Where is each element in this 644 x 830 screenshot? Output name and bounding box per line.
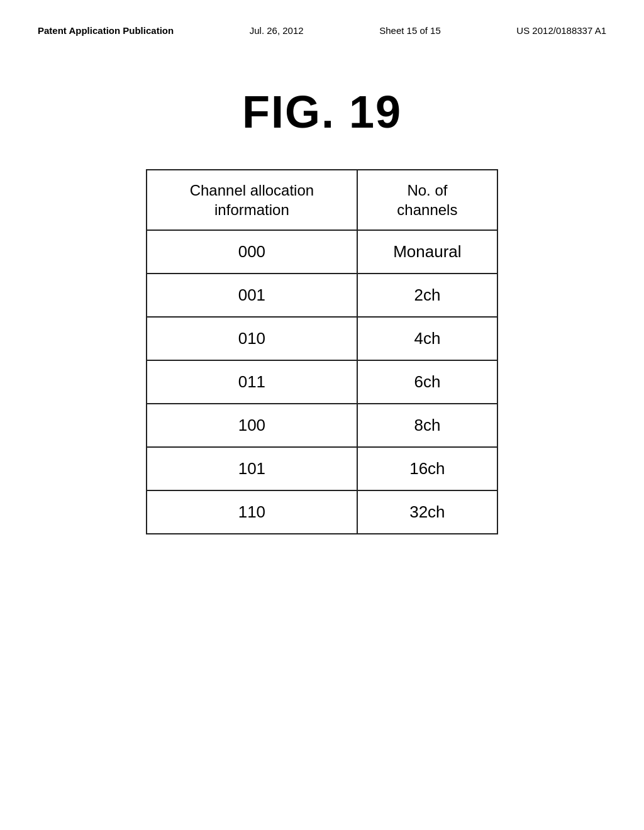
- allocation-code-cell: 000: [147, 230, 357, 274]
- channel-count-cell: 8ch: [357, 404, 497, 447]
- channel-count-cell: 32ch: [357, 490, 497, 534]
- col1-header: Channel allocationinformation: [147, 170, 357, 230]
- date-label: Jul. 26, 2012: [250, 25, 304, 36]
- figure-title: FIG. 19: [0, 86, 644, 138]
- table-row: 10116ch: [147, 447, 497, 490]
- channel-count-cell: 16ch: [357, 447, 497, 490]
- page-header: Patent Application Publication Jul. 26, …: [0, 0, 644, 48]
- channel-count-cell: Monaural: [357, 230, 497, 274]
- channel-allocation-table: Channel allocationinformation No. ofchan…: [146, 169, 498, 534]
- col2-header: No. ofchannels: [357, 170, 497, 230]
- channel-count-cell: 4ch: [357, 317, 497, 360]
- allocation-code-cell: 110: [147, 490, 357, 534]
- allocation-code-cell: 101: [147, 447, 357, 490]
- table-row: 11032ch: [147, 490, 497, 534]
- table-container: Channel allocationinformation No. ofchan…: [0, 169, 644, 534]
- table-row: 1008ch: [147, 404, 497, 447]
- allocation-code-cell: 100: [147, 404, 357, 447]
- table-header-row: Channel allocationinformation No. ofchan…: [147, 170, 497, 230]
- sheet-label: Sheet 15 of 15: [379, 25, 441, 36]
- table-row: 0012ch: [147, 274, 497, 317]
- allocation-code-cell: 001: [147, 274, 357, 317]
- allocation-code-cell: 011: [147, 360, 357, 404]
- channel-count-cell: 2ch: [357, 274, 497, 317]
- channel-count-cell: 6ch: [357, 360, 497, 404]
- table-row: 0104ch: [147, 317, 497, 360]
- publication-label: Patent Application Publication: [38, 25, 174, 36]
- table-row: 0116ch: [147, 360, 497, 404]
- patent-number-label: US 2012/0188337 A1: [516, 25, 606, 36]
- table-row: 000Monaural: [147, 230, 497, 274]
- allocation-code-cell: 010: [147, 317, 357, 360]
